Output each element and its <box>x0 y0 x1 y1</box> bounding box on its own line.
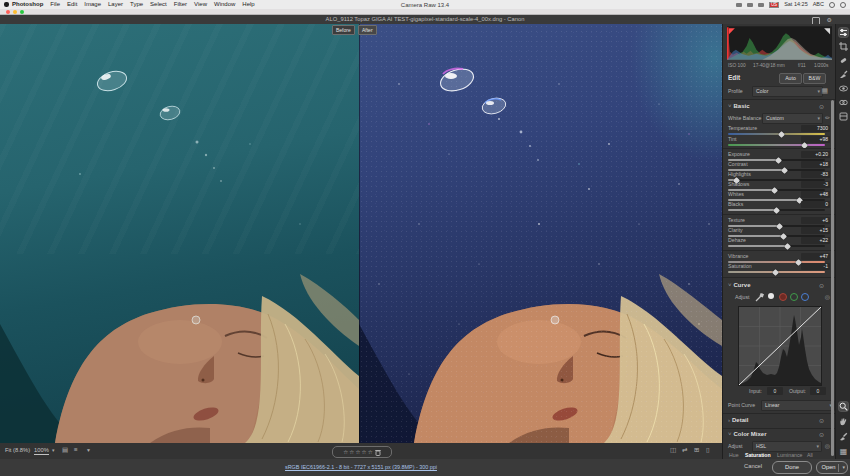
input-source[interactable]: ABC <box>813 0 824 9</box>
panel-scrollbar[interactable] <box>831 100 834 456</box>
point-curve-channel-icon[interactable] <box>768 293 774 299</box>
detail-eye-icon[interactable]: ⊙ <box>819 417 824 424</box>
slider-thumb[interactable] <box>784 242 791 249</box>
slider-thumb[interactable] <box>775 156 782 163</box>
slider-value[interactable]: +18 <box>801 161 830 168</box>
color-sampler-icon[interactable] <box>839 432 848 441</box>
fit-zoom-level[interactable]: Fit (8.8%) <box>5 447 30 453</box>
slider-thumb[interactable] <box>773 206 780 213</box>
profile-dropdown[interactable]: Color▾ <box>752 86 823 97</box>
blue-channel-icon[interactable] <box>801 293 809 301</box>
close-window-icon[interactable] <box>6 10 10 14</box>
copy-settings-icon[interactable]: ⊞ <box>694 445 699 455</box>
slider-value[interactable]: +6 <box>801 217 830 224</box>
dehaze-slider[interactable] <box>728 245 825 247</box>
tab-hue[interactable]: Hue <box>729 452 739 458</box>
slider-thumb[interactable] <box>771 186 778 193</box>
after-button[interactable]: After <box>358 25 377 35</box>
slider-value[interactable]: 0 <box>801 201 830 208</box>
curve-target-icon[interactable]: ◎ <box>825 293 830 300</box>
zoom-level-select[interactable]: 100% <box>34 447 49 455</box>
color-mixer-section-header[interactable]: ˅Color Mixer <box>728 431 767 437</box>
heal-tool-icon[interactable] <box>839 56 848 65</box>
tone-curve[interactable] <box>738 306 822 386</box>
slider-thumb[interactable] <box>772 268 779 275</box>
temperature-slider[interactable] <box>728 133 825 135</box>
red-channel-icon[interactable] <box>779 293 787 301</box>
slider-value[interactable]: -83 <box>801 171 830 178</box>
curve-eye-icon[interactable]: ⊙ <box>819 282 824 289</box>
open-button[interactable]: Open ▾ <box>816 461 848 474</box>
slider-value[interactable]: +22 <box>801 237 830 244</box>
adjustment-brush-icon[interactable] <box>839 70 848 79</box>
search-icon[interactable] <box>829 2 835 8</box>
sort-icon[interactable]: ≡ <box>74 445 78 455</box>
slider-thumb[interactable] <box>781 166 788 173</box>
keyboard-flag-icon[interactable]: US <box>769 2 779 8</box>
grid-overlay-icon[interactable]: ▦ <box>839 447 848 456</box>
control-center-icon[interactable] <box>840 2 846 8</box>
before-image[interactable] <box>0 24 359 443</box>
bw-button[interactable]: B&W <box>803 73 826 84</box>
green-channel-icon[interactable] <box>790 293 798 301</box>
slider-value[interactable]: -3 <box>801 181 830 188</box>
minimize-window-icon[interactable] <box>13 10 17 14</box>
filter-icon[interactable]: ▼ <box>86 445 91 455</box>
slider-value[interactable]: +48 <box>801 191 830 198</box>
wifi-icon[interactable] <box>747 3 753 7</box>
open-options-icon[interactable]: ▾ <box>842 462 845 472</box>
before-button[interactable]: Before <box>332 25 355 35</box>
slider-thumb[interactable] <box>776 222 783 229</box>
star-rating[interactable]: ☆☆☆☆☆ <box>343 448 374 457</box>
toggle-panels-icon[interactable]: ▯ <box>706 445 710 455</box>
curve-section-header[interactable]: ˅Curve <box>728 282 751 288</box>
slider-thumb[interactable] <box>780 232 787 239</box>
red-eye-tool-icon[interactable] <box>839 84 848 93</box>
tab-saturation[interactable]: Saturation <box>745 452 771 458</box>
curve-output-field[interactable]: 0 <box>810 387 826 395</box>
wb-eyedropper-icon[interactable]: ✏ <box>825 114 830 121</box>
parametric-curve-icon[interactable] <box>755 293 764 302</box>
crop-tool-icon[interactable] <box>839 42 848 51</box>
tab-all[interactable]: All <box>807 452 813 458</box>
saturation-slider[interactable] <box>728 271 825 273</box>
detail-section-header[interactable]: ›Detail <box>728 417 748 423</box>
trash-icon[interactable] <box>375 449 381 456</box>
slider-value[interactable]: -1 <box>801 263 830 270</box>
color-mixer-eye-icon[interactable]: ⊙ <box>819 431 824 438</box>
hand-tool-icon[interactable] <box>839 417 848 426</box>
preview-layout-icon[interactable]: ▤ <box>62 445 68 455</box>
zoom-tool-icon[interactable] <box>839 402 848 411</box>
workflow-options-link[interactable]: sRGB IEC61966-2.1 - 8 bit - 7727 x 5151 … <box>0 464 722 470</box>
wb-dropdown[interactable]: Custom▾ <box>762 113 823 124</box>
battery-icon[interactable] <box>736 3 742 7</box>
slider-value[interactable]: 7300 <box>801 125 830 132</box>
after-image[interactable] <box>359 24 722 443</box>
tab-luminance[interactable]: Luminance <box>777 452 802 458</box>
slider-value[interactable]: +0.20 <box>801 151 830 158</box>
volume-icon[interactable] <box>758 3 764 7</box>
profile-browser-icon[interactable]: ▦ <box>821 87 828 95</box>
blacks-slider[interactable] <box>728 209 825 211</box>
mixer-adjust-dropdown[interactable]: HSL▾ <box>752 441 822 452</box>
done-button[interactable]: Done <box>772 461 812 474</box>
snapshots-icon[interactable] <box>839 112 848 121</box>
swap-before-after-icon[interactable]: ⇄ <box>682 445 687 455</box>
curve-input-field[interactable]: 0 <box>767 387 783 395</box>
auto-button[interactable]: Auto <box>779 73 802 84</box>
mixer-target-icon[interactable]: ◎ <box>825 442 830 449</box>
edit-tool-icon[interactable] <box>839 28 848 37</box>
slider-thumb[interactable] <box>778 130 785 137</box>
point-curve-dropdown[interactable]: Linear▾ <box>761 400 835 411</box>
tint-slider[interactable] <box>728 144 825 146</box>
slider-value[interactable]: +15 <box>801 227 830 234</box>
basic-section-header[interactable]: ˅Basic <box>728 103 750 109</box>
slider-value[interactable]: +47 <box>801 253 830 260</box>
histogram[interactable] <box>727 26 832 60</box>
chevron-down-icon[interactable]: ▾ <box>52 445 55 455</box>
before-after-view-icon[interactable]: ◫ <box>670 445 676 455</box>
zoom-window-icon[interactable] <box>20 10 24 14</box>
presets-icon[interactable] <box>839 98 848 107</box>
menubar-clock[interactable]: Sat 14:25 <box>784 0 808 9</box>
basic-eye-icon[interactable]: ⊙ <box>819 103 824 110</box>
